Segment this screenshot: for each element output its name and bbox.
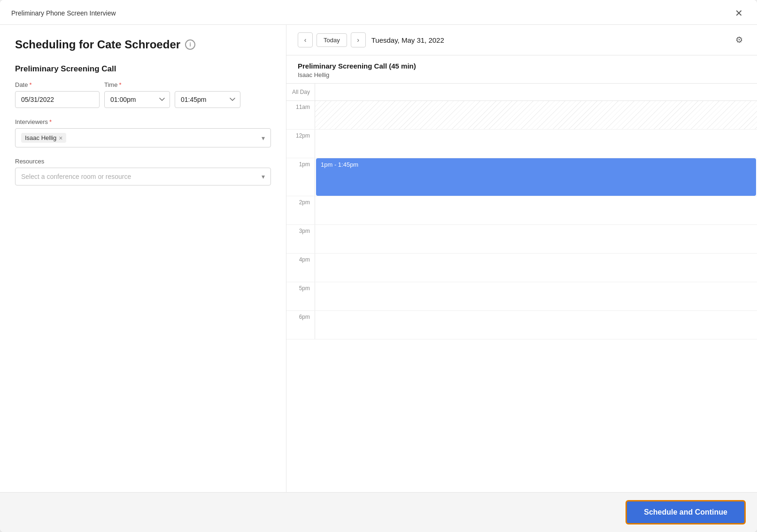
interviewers-label: Interviewers *: [15, 118, 271, 125]
modal-title: Preliminary Phone Screen Interview: [11, 9, 116, 17]
schedule-and-continue-button[interactable]: Schedule and Continue: [626, 500, 746, 524]
time-cell-11am: [315, 101, 757, 129]
time-label-1pm: 1pm: [286, 158, 315, 168]
tag-remove-icon[interactable]: ×: [59, 135, 62, 141]
date-time-row: Date * Time * 01:00pm: [15, 81, 271, 108]
settings-icon[interactable]: ⚙: [733, 33, 746, 46]
tag-container: Isaac Hellig ×: [21, 133, 262, 143]
interviewers-dropdown-arrow: ▾: [262, 134, 265, 142]
event-block[interactable]: 1pm - 1:45pm: [316, 158, 756, 196]
time-label-6pm: 6pm: [286, 311, 315, 320]
resources-dropdown-arrow: ▾: [262, 173, 265, 180]
scheduling-title: Scheduling for Cate Schroeder: [15, 38, 180, 51]
event-block-text: 1pm - 1:45pm: [321, 161, 358, 168]
time-row: 5pm: [286, 282, 757, 311]
all-day-label: All Day: [286, 89, 315, 95]
modal-header: Preliminary Phone Screen Interview ✕: [0, 0, 757, 25]
calendar-date-label: Tuesday, May 31, 2022: [371, 36, 729, 44]
scheduling-header: Scheduling for Cate Schroeder i: [15, 38, 271, 51]
time-cell-5pm: [315, 282, 757, 310]
resources-select[interactable]: Select a conference room or resource ▾: [15, 168, 271, 185]
resources-placeholder: Select a conference room or resource: [21, 173, 131, 180]
time-label-12pm: 12pm: [286, 130, 315, 139]
interviewer-name: Isaac Hellig: [25, 134, 56, 141]
right-panel: ‹ Today › Tuesday, May 31, 2022 ⚙ Prelim…: [286, 25, 757, 492]
modal-body: Scheduling for Cate Schroeder i Prelimin…: [0, 25, 757, 492]
time-row: 1pm 1pm - 1:45pm: [286, 158, 757, 196]
date-time-group: Date * Time * 01:00pm: [15, 81, 271, 108]
time-cell-3pm: [315, 225, 757, 253]
all-day-cell: [315, 84, 757, 100]
time-required: *: [119, 81, 121, 88]
time-cell-4pm: [315, 254, 757, 282]
modal-footer: Schedule and Continue: [0, 492, 757, 532]
time-row: 2pm: [286, 196, 757, 225]
time-label-11am: 11am: [286, 101, 315, 110]
time-cell-2pm: [315, 196, 757, 224]
time-row: 6pm: [286, 311, 757, 339]
calendar-event-header: Preliminary Screening Call (45 min) Isaa…: [286, 55, 757, 84]
interviewer-tag: Isaac Hellig ×: [21, 133, 66, 143]
time-label: Time *: [104, 81, 240, 88]
resources-group: Resources Select a conference room or re…: [15, 158, 271, 185]
resources-label: Resources: [15, 158, 271, 165]
date-required: *: [29, 81, 31, 88]
date-input[interactable]: [15, 91, 100, 108]
interviewers-select[interactable]: Isaac Hellig × ▾: [15, 128, 271, 147]
time-cell-1pm: 1pm - 1:45pm: [315, 158, 757, 196]
time-row: 3pm: [286, 225, 757, 254]
interviewers-required: *: [49, 118, 52, 125]
time-row: 11am: [286, 101, 757, 130]
time-row: 12pm: [286, 130, 757, 158]
time-cell-12pm: [315, 130, 757, 158]
time-cell-6pm: [315, 311, 757, 339]
section-title: Preliminary Screening Call: [15, 64, 271, 74]
next-button[interactable]: ›: [351, 32, 366, 47]
calendar-header: ‹ Today › Tuesday, May 31, 2022 ⚙: [286, 25, 757, 55]
time-row: 4pm: [286, 254, 757, 282]
prev-button[interactable]: ‹: [298, 32, 313, 47]
modal: Preliminary Phone Screen Interview ✕ Sch…: [0, 0, 757, 532]
close-button[interactable]: ✕: [732, 8, 746, 19]
info-icon[interactable]: i: [185, 39, 195, 50]
time-label-3pm: 3pm: [286, 225, 315, 234]
time-start-select[interactable]: 01:00pm: [104, 91, 170, 108]
date-label: Date *: [15, 81, 100, 88]
left-panel: Scheduling for Cate Schroeder i Prelimin…: [0, 25, 286, 492]
all-day-row: All Day: [286, 84, 757, 101]
event-interviewer: Isaac Hellig: [298, 71, 746, 78]
event-title: Preliminary Screening Call (45 min): [298, 62, 746, 70]
time-label-2pm: 2pm: [286, 196, 315, 206]
time-label-4pm: 4pm: [286, 254, 315, 263]
today-button[interactable]: Today: [317, 33, 347, 47]
interviewers-group: Interviewers * Isaac Hellig × ▾: [15, 118, 271, 147]
time-end-select[interactable]: 01:45pm: [175, 91, 240, 108]
time-label-5pm: 5pm: [286, 282, 315, 292]
calendar-grid: All Day 11am 12pm 1pm: [286, 84, 757, 492]
